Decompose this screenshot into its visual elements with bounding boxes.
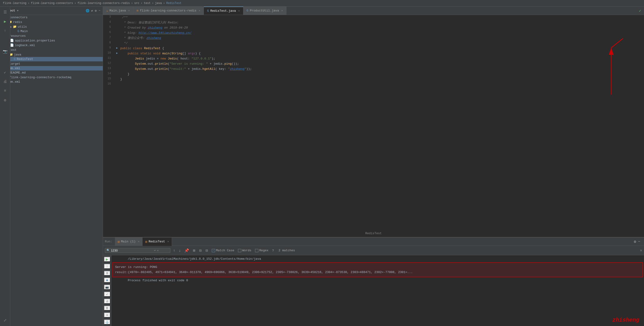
branding: zhisheng — [612, 317, 639, 323]
console-output-line1: Server is running: PONG — [115, 265, 640, 270]
run-tab-main[interactable]: ▤ Main (1) × — [115, 237, 142, 246]
run-play-button[interactable]: ▶ — [104, 257, 110, 262]
tab-close-productutil[interactable]: × — [281, 9, 283, 12]
console-output-block: Server is running: PONG result:{4970=-80… — [112, 262, 643, 277]
left-toolbar-layers[interactable]: ≡ — [2, 87, 9, 95]
search-icon: 🔍 — [106, 249, 110, 252]
tab-productutil-java[interactable]: G ProductUtil.java × — [243, 7, 286, 15]
run-anchor-button[interactable]: ⚓ — [104, 319, 110, 324]
console-path-line: /Library/Java/JavaVirtualMachines/jdk1.8… — [112, 256, 644, 262]
tree-item-redistest[interactable]: ▶ G RedisTest — [0, 57, 103, 61]
tree-item-utils[interactable]: ▶ 📁 utils — [0, 24, 103, 29]
left-toolbar-run-btn[interactable]: ▶ — [2, 18, 9, 25]
search-input[interactable] — [111, 249, 153, 252]
run-tab-redistest[interactable]: ▤ RedisTest × — [142, 237, 172, 246]
run-tab-main-close[interactable]: × — [138, 240, 140, 243]
code-line-15: 15 } — [103, 77, 644, 82]
search-close-button[interactable]: × — [640, 248, 642, 253]
run-hide-icon[interactable]: − — [638, 240, 640, 244]
breadcrumb-item: flink-learning — [3, 2, 26, 5]
words-option[interactable]: Words — [237, 248, 252, 253]
match-case-option[interactable]: Match Case — [211, 248, 235, 253]
tree-item-logback-xml[interactable]: ▶ 📄 logback.xml — [0, 43, 103, 48]
left-toolbar-login[interactable]: ↙ — [2, 68, 9, 76]
xml-icon: m — [137, 9, 138, 13]
search-enter-button[interactable]: ↵ — [154, 249, 156, 252]
tree-item-pom-xml-2[interactable]: ▶ m pom.xml — [0, 80, 103, 84]
run-login-button[interactable]: ↙ — [104, 291, 110, 297]
code-line-4: 4 * Desc: 验证数据已经写入到 Redis| — [103, 20, 644, 25]
run-camera-button[interactable]: 📷 — [104, 284, 110, 290]
editor-area: ☕ Main.java × m flink-learning-connector… — [103, 7, 644, 326]
sidebar-settings-icon[interactable]: ⚙ — [95, 9, 97, 13]
search-format2-button[interactable]: ⊟ — [198, 248, 203, 253]
regex-label: Regex — [259, 249, 268, 252]
tree-item-resources[interactable]: ▼ 📁 resources — [0, 34, 103, 38]
left-toolbar-settings[interactable]: ⚙ — [2, 97, 9, 104]
run-up-button[interactable]: ↑ — [104, 264, 110, 269]
search-clear-button[interactable]: × — [157, 249, 159, 252]
left-toolbar-expand[interactable]: ⤢ — [2, 317, 9, 324]
productutil-icon: G — [247, 9, 248, 13]
console-exit-line: Process finished with exit code 0 — [112, 278, 644, 283]
tree-item-main[interactable]: ▶ G Main — [0, 29, 103, 34]
tree-item-rocketmq[interactable]: ▶ 📁 flink-learning-connectors-rocketmq — [0, 75, 103, 80]
sidebar-layout-icon[interactable]: ⇄ — [91, 9, 93, 13]
regex-checkbox[interactable] — [255, 249, 258, 252]
code-line-5: 5 * Created by zhisheng on 2019-04-29 — [103, 25, 644, 31]
run-tab-main-icon: ▤ — [118, 240, 120, 244]
search-bar: 🔍 ↵ × ↑ ↓ 📌 ⊞ ⊟ ⊟ Match Case — [103, 246, 644, 255]
code-line-12: 12 System.out.println("Server is running… — [103, 61, 644, 67]
java-icon: ☕ — [106, 9, 108, 13]
tab-redistest-java[interactable]: G RedisTest.java × — [204, 7, 243, 15]
match-case-label: Match Case — [216, 249, 234, 252]
breadcrumb-item: flink-learning-connectors — [31, 2, 73, 5]
tab-main-java[interactable]: ☕ Main.java × — [103, 7, 134, 15]
tree-item-redis[interactable]: ▼ 📁 redis — [0, 20, 103, 24]
regex-option[interactable]: Regex — [254, 248, 269, 253]
run-stop-button[interactable]: ■ — [104, 277, 110, 283]
tree-item-connectors[interactable]: ▼ 📁 connectors — [0, 15, 103, 20]
left-toolbar-project[interactable]: ☰ — [2, 9, 9, 16]
left-toolbar-printer[interactable]: 🖨 — [2, 78, 9, 85]
words-checkbox[interactable] — [238, 249, 241, 252]
redis-icon: G — [207, 9, 209, 13]
search-format1-button[interactable]: ⊞ — [192, 248, 196, 253]
tree-item-java[interactable]: ▼ 📁 java — [0, 52, 103, 57]
console-area[interactable]: /Library/Java/JavaVirtualMachines/jdk1.8… — [112, 255, 644, 326]
run-trash-button[interactable]: 🗑 — [104, 306, 110, 311]
search-help-button[interactable]: ? — [271, 248, 275, 253]
run-print-button[interactable]: 🖨 — [104, 298, 110, 304]
left-toolbar-camera[interactable]: 📷 — [2, 48, 9, 55]
tab-close-main[interactable]: × — [128, 9, 130, 12]
search-next-button[interactable]: ↓ — [178, 248, 182, 253]
tree-item-readme[interactable]: ▶ MD README.md — [0, 71, 103, 75]
match-case-checkbox[interactable] — [212, 249, 215, 252]
sidebar-globe-icon[interactable]: 🌐 — [86, 9, 90, 13]
tab-close-connectors[interactable]: × — [199, 9, 200, 12]
sidebar-dropdown-icon[interactable]: ▼ — [17, 9, 19, 12]
code-editor[interactable]: 3 /** 4 * Desc: 验证数据已经写入到 Redis| 5 * Cre… — [103, 15, 644, 237]
tree-item-application-properties[interactable]: ▶ 📄 application.properties — [0, 38, 103, 43]
search-pin-button[interactable]: 📌 — [184, 248, 190, 253]
code-line-9: 9 ▶ public class RedisTest { — [103, 46, 644, 51]
sidebar-header: Project ▼ 🌐 ⇄ ⚙ − — [0, 7, 103, 15]
breadcrumb-item-active: RedisTest — [166, 2, 182, 5]
tree-item-pom-xml-1[interactable]: ▶ m pom.xml — [0, 66, 103, 71]
tree-item-test[interactable]: ▼ 📁 test — [0, 48, 103, 52]
sidebar-minimize-icon[interactable]: − — [98, 9, 100, 13]
tab-flink-connectors[interactable]: m flink-learning-connectors-redis × — [134, 7, 204, 15]
run-settings-icon[interactable]: ⚙ — [634, 239, 636, 244]
tree-item-target[interactable]: ▶ 📁 target — [0, 61, 103, 66]
run-tab-redistest-close[interactable]: × — [167, 240, 169, 243]
search-filter-button[interactable]: ⊟ — [204, 248, 209, 253]
check-icon: ✓ — [636, 7, 644, 15]
tab-close-redistest[interactable]: × — [238, 10, 240, 13]
tab-bar: ☕ Main.java × m flink-learning-connector… — [103, 7, 644, 15]
run-down-button[interactable]: ⏸ — [104, 271, 110, 276]
run-menu-button[interactable]: ≡ — [104, 312, 110, 317]
code-line-13: 13 System.out.println("result:" + jedis.… — [103, 67, 644, 72]
left-toolbar-scroll-up[interactable]: ↑ — [2, 27, 9, 35]
console-output-line2: result:{4970=-802405, 4971=634941, 3640=… — [115, 270, 640, 275]
search-prev-button[interactable]: ↑ — [172, 248, 176, 253]
